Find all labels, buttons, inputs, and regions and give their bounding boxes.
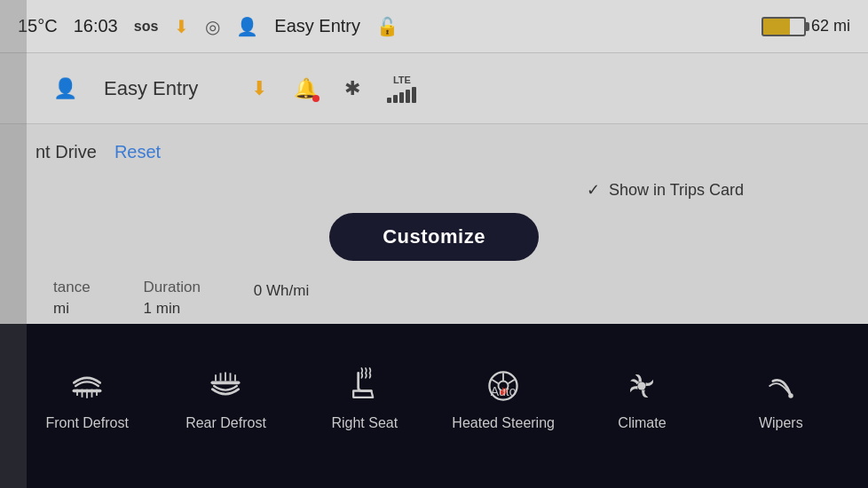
distance-value: mi [53,300,91,318]
trip-label: nt Drive [36,142,97,162]
climate-button[interactable]: Climate [572,366,711,445]
signal-bar-3 [399,92,404,103]
front-defrost-button[interactable]: Front Defrost [18,366,156,445]
duration-stat: Duration 1 min [144,279,201,318]
wipers-button[interactable]: Wipers [712,366,850,445]
checkmark-icon: ✓ [587,180,600,200]
climate-icon [622,366,661,405]
reset-button[interactable]: Reset [114,142,161,162]
battery-bar [761,17,806,36]
lock-icon: 🔓 [376,16,398,37]
customize-button[interactable]: Customize [329,213,539,261]
rear-defrost-label: Rear Defrost [185,414,266,431]
efficiency-stat: 0 Wh/mi [254,279,309,300]
person-icon: 👤 [236,16,258,37]
front-defrost-icon [67,366,107,405]
signal-bar-4 [406,90,410,103]
lte-signal: LTE [387,75,416,103]
rear-defrost-icon [206,366,245,405]
auto-badge: Auto [491,384,517,398]
bottom-controls-bar: Front Defrost Rear Defrost Right Seat Au [0,324,868,488]
temperature-display: 15°C [18,16,58,36]
svg-point-17 [638,382,646,390]
rear-defrost-button[interactable]: Rear Defrost [156,366,295,445]
wipers-label: Wipers [759,414,803,431]
notif-easy-entry-label: Easy Entry [104,77,198,100]
show-trips-text: Show in Trips Card [609,181,744,200]
download-icon: ⬇ [174,16,189,37]
wipers-icon [761,366,801,405]
right-seat-button[interactable]: Right Seat [296,366,434,445]
svg-line-15 [509,380,515,384]
notification-bar: 👤 Easy Entry ⬇ 🔔 ✱ LTE [0,53,868,124]
heated-steering-button[interactable]: Auto Heated Steering [434,366,572,445]
right-seat-label: Right Seat [331,414,398,431]
show-trips-row: ✓ Show in Trips Card [36,180,832,200]
trip-row: nt Drive Reset [36,142,832,162]
duration-value: 1 min [144,300,201,318]
notification-dot [312,95,320,102]
svg-line-16 [492,380,498,384]
stats-row: tance mi Duration 1 min 0 Wh/mi [36,279,832,318]
battery-indicator: 62 mi [761,17,850,36]
svg-rect-6 [211,382,241,385]
right-seat-icon [345,366,384,405]
distance-stat: tance mi [53,279,91,318]
customize-btn-wrapper: Customize [36,213,832,261]
status-bar: 15°C 16:03 sos ⬇ ◎ 👤 Easy Entry 🔓 62 mi [0,0,868,53]
bluetooth-icon: ✱ [344,77,360,100]
easy-entry-label: Easy Entry [274,16,360,36]
signal-bar-1 [387,98,391,103]
duration-label: Duration [144,279,201,296]
distance-label: tance [53,279,91,296]
battery-miles: 62 mi [811,17,850,35]
climate-label: Climate [618,414,666,431]
svg-point-18 [788,394,793,399]
sos-indicator: sos [134,19,159,35]
signal-bar-2 [393,95,398,103]
heated-steering-label: Heated Steering [452,414,555,431]
signal-bars [387,87,416,103]
notif-download-icon: ⬇ [251,77,267,100]
signal-bar-5 [412,87,416,103]
front-defrost-label: Front Defrost [45,414,128,431]
notification-bell[interactable]: 🔔 [294,77,318,100]
notif-person-icon: 👤 [53,77,77,100]
lte-label: LTE [393,75,411,85]
circle-icon: ◎ [205,16,220,37]
efficiency-value: 0 Wh/mi [254,282,309,300]
time-display: 16:03 [74,16,118,36]
